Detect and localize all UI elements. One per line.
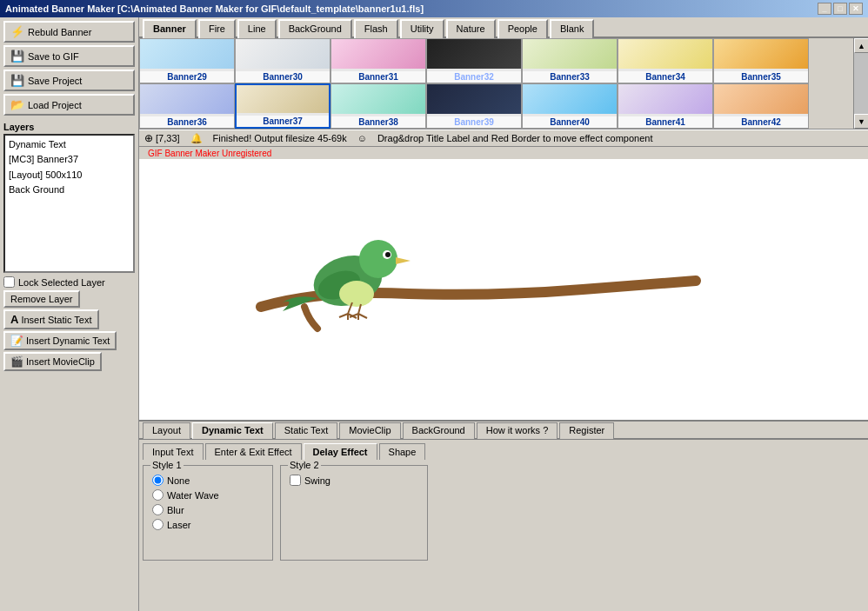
load-icon: 📂 — [10, 98, 24, 111]
banner-thumb-31[interactable]: Banner31 — [331, 38, 426, 83]
style1-group: Style 1 None Water Wave Bl — [143, 465, 273, 561]
tab-utility[interactable]: Utility — [400, 19, 444, 38]
tab-blank[interactable]: Blank — [550, 19, 595, 38]
movieclip-icon: 🎬 — [10, 355, 23, 368]
delay-effect-panel: Style 1 None Water Wave Bl — [143, 465, 865, 561]
banner-thumb-37[interactable]: Banner37 — [235, 83, 331, 129]
scroll-up-button[interactable]: ▲ — [854, 38, 868, 53]
save-project-icon: 💾 — [10, 74, 24, 87]
blur-radio[interactable] — [152, 504, 164, 515]
swing-checkbox[interactable] — [290, 475, 301, 486]
water-wave-option: Water Wave — [152, 489, 264, 501]
banner-thumb-40[interactable]: Banner40 — [522, 83, 618, 129]
tab-register[interactable]: Register — [559, 422, 614, 439]
inner-tab-bar: Input Text Enter & Exit Effect Delay Eff… — [143, 443, 865, 460]
tab-line[interactable]: Line — [237, 19, 277, 38]
blur-label: Blur — [167, 505, 184, 515]
tab-background[interactable]: BackGround — [403, 422, 475, 439]
banner-thumb-34[interactable]: Banner34 — [618, 38, 713, 83]
list-item[interactable]: Back Ground — [7, 183, 131, 197]
save-project-button[interactable]: 💾 Save Project — [3, 70, 135, 91]
tab-dynamic-text[interactable]: Dynamic Text — [192, 422, 273, 439]
none-option: None — [152, 475, 264, 486]
main-window: ⚡ Rebuld Banner 💾 Save to GIF 💾 Save Pro… — [0, 17, 868, 611]
swing-label: Swing — [304, 475, 331, 486]
lock-row: Lock Selected Layer — [3, 276, 135, 288]
svg-line-14 — [358, 314, 367, 318]
hint-text: Drag&drop Title Label and Red Border to … — [377, 133, 653, 143]
left-panel: ⚡ Rebuld Banner 💾 Save to GIF 💾 Save Pro… — [0, 17, 139, 611]
tab-nature[interactable]: Nature — [446, 19, 496, 38]
banner-thumb-35[interactable]: Banner35 — [713, 38, 809, 83]
banner-thumb-30[interactable]: Banner30 — [235, 38, 331, 83]
tab-banner[interactable]: Banner — [143, 19, 197, 38]
svg-marker-2 — [396, 257, 411, 264]
bottom-section: Layout Dynamic Text Static Text MovieCli… — [139, 420, 868, 611]
right-panel: Banner Fire Line BackGround Flash Utilit… — [139, 17, 868, 611]
style2-group: Style 2 Swing — [280, 465, 428, 561]
layers-label: Layers — [3, 122, 135, 132]
style1-title: Style 1 — [150, 460, 184, 470]
banner-scrollbar: ▲ ▼ — [853, 38, 868, 129]
list-item[interactable]: [Layout] 500x110 — [7, 168, 131, 183]
insert-movieclip-button[interactable]: 🎬 Insert MovieClip — [3, 352, 102, 371]
banner-thumb-41[interactable]: Banner41 — [618, 83, 713, 129]
tab-background[interactable]: BackGround — [278, 19, 352, 38]
window-title: Animated Banner Maker [C:\Animated Banne… — [5, 3, 424, 14]
svg-line-9 — [339, 314, 348, 317]
bottom-tab-bar: Layout Dynamic Text Static Text MovieCli… — [139, 422, 868, 440]
insert-dynamic-text-button[interactable]: 📝 Insert Dynamic Text — [3, 331, 117, 350]
tab-how-it-works[interactable]: How it works ? — [477, 422, 558, 439]
tab-movieclip[interactable]: MovieClip — [339, 422, 400, 439]
tab-fire[interactable]: Fire — [198, 19, 236, 38]
maximize-button[interactable]: □ — [833, 3, 847, 15]
layers-list[interactable]: Dynamic Text [MC3] Banner37 [Layout] 500… — [3, 134, 135, 273]
insert-static-text-button[interactable]: A Insert Static Text — [3, 309, 99, 329]
tab-flash[interactable]: Flash — [354, 19, 398, 38]
crosshair-icon: ⊕ — [144, 132, 153, 144]
minimize-button[interactable]: _ — [818, 3, 831, 15]
laser-radio[interactable] — [152, 519, 164, 530]
lock-checkbox[interactable] — [3, 276, 15, 288]
banner-thumb-38[interactable]: Banner38 — [331, 83, 426, 129]
banner-thumb-32[interactable]: Banner32 — [426, 38, 522, 83]
svg-point-4 — [385, 252, 391, 257]
tab-enter-exit[interactable]: Enter & Exit Effect — [205, 443, 302, 460]
none-radio[interactable] — [152, 475, 164, 486]
list-item[interactable]: [MC3] Banner37 — [7, 152, 131, 167]
bell-icon: 🔔 — [190, 133, 203, 144]
bottom-content: Input Text Enter & Exit Effect Delay Eff… — [139, 440, 868, 607]
banner-thumb-29[interactable]: Banner29 — [139, 38, 235, 83]
style2-title: Style 2 — [288, 460, 321, 470]
load-project-button[interactable]: 📂 Load Project — [3, 94, 135, 116]
canvas-area — [139, 159, 868, 420]
remove-layer-button[interactable]: Remove Layer — [3, 290, 80, 308]
status-bar: ⊕ [7,33] 🔔 Finished! Output filesize 45-… — [139, 130, 868, 147]
unregistered-notice: GIF Banner Maker Unregistered — [139, 147, 868, 159]
top-tab-bar: Banner Fire Line BackGround Flash Utilit… — [139, 17, 868, 38]
title-bar: Animated Banner Maker [C:\Animated Banne… — [0, 0, 868, 17]
banner-thumb-33[interactable]: Banner33 — [522, 38, 618, 83]
banner-scroll: Banner29 Banner30 Banner31 Banner32 — [139, 38, 853, 129]
tab-layout[interactable]: Layout — [143, 422, 190, 439]
static-text-icon: A — [10, 313, 18, 326]
canvas-content — [148, 168, 704, 342]
dynamic-text-icon: 📝 — [10, 335, 23, 347]
tab-delay-effect[interactable]: Delay Effect — [304, 443, 377, 460]
close-button[interactable]: ✕ — [849, 3, 863, 15]
banner-thumb-42[interactable]: Banner42 — [713, 83, 809, 129]
list-item[interactable]: Dynamic Text — [7, 137, 131, 152]
rebuild-banner-button[interactable]: ⚡ Rebuld Banner — [3, 21, 135, 43]
layers-section: Layers Dynamic Text [MC3] Banner37 [Layo… — [3, 122, 135, 608]
scroll-track[interactable] — [854, 53, 868, 114]
water-wave-radio[interactable] — [152, 489, 164, 501]
tab-shape[interactable]: Shape — [379, 443, 426, 460]
tab-input-text[interactable]: Input Text — [143, 443, 204, 460]
tab-static-text[interactable]: Static Text — [275, 422, 338, 439]
app-body: ⚡ Rebuld Banner 💾 Save to GIF 💾 Save Pro… — [0, 17, 868, 611]
tab-people[interactable]: People — [497, 19, 548, 38]
banner-thumb-39[interactable]: Banner39 — [426, 83, 522, 129]
banner-thumb-36[interactable]: Banner36 — [139, 83, 235, 129]
scroll-down-button[interactable]: ▼ — [854, 114, 868, 129]
save-gif-button[interactable]: 💾 Save to GIF — [3, 45, 135, 67]
